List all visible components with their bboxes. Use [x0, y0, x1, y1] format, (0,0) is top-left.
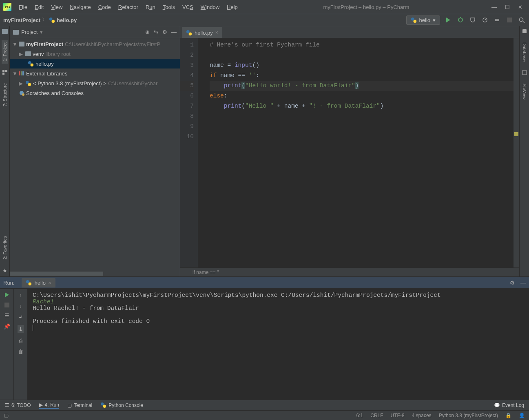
- print-icon[interactable]: ⎙: [19, 338, 22, 344]
- menu-code[interactable]: Code: [95, 2, 114, 12]
- breadcrumb-separator: 〉: [42, 16, 47, 24]
- run-config-name: hello: [419, 17, 430, 23]
- status-interpreter[interactable]: Python 3.8 (myFirstProject): [439, 413, 498, 418]
- svg-rect-17: [5, 70, 7, 72]
- status-icon[interactable]: ▢: [4, 413, 9, 418]
- run-tool-window: ☰ 📌 ↑ ↓ ⤶ ⤓ ⎙ 🗑 C:\Users\ishit\PycharmPr…: [0, 289, 529, 400]
- editor-tabs: hello.py ×: [180, 26, 519, 38]
- coverage-button[interactable]: [469, 16, 477, 24]
- tool-event-log[interactable]: 💬Event Log: [494, 402, 524, 408]
- status-bar: ▢ 6:1 CRLF UTF-8 4 spaces Python 3.8 (my…: [0, 410, 529, 420]
- right-tab-database[interactable]: Database: [521, 40, 528, 64]
- maximize-button[interactable]: ☐: [505, 4, 510, 10]
- tree-venv[interactable]: ▶ venv library root: [10, 49, 180, 59]
- breadcrumb[interactable]: myFirstProject 〉 hello.py: [3, 16, 77, 24]
- menu-view[interactable]: View: [48, 2, 66, 12]
- tool-run[interactable]: ▶4: Run: [39, 402, 59, 409]
- tool-terminal[interactable]: ▢Terminal: [67, 402, 92, 408]
- editor-tab-hello[interactable]: hello.py ×: [182, 27, 222, 38]
- tree-python-sdk[interactable]: ▶ < Python 3.8 (myFirstProject) > C:\Use…: [10, 78, 180, 88]
- code-editor[interactable]: 1 2 3 4 5 6 7 8 9 10 # Here's our first …: [180, 38, 519, 267]
- breadcrumb-file[interactable]: hello.py: [57, 17, 77, 23]
- close-tab-icon[interactable]: ×: [215, 30, 218, 35]
- structure-tool-icon[interactable]: [2, 69, 8, 75]
- expand-arrow-icon[interactable]: ▶: [19, 80, 24, 86]
- menu-navigate[interactable]: Navigate: [66, 2, 94, 12]
- menu-run[interactable]: Run: [142, 2, 159, 12]
- tool-python-console[interactable]: Python Console: [100, 402, 143, 408]
- right-tab-sciview[interactable]: SciView: [521, 81, 528, 102]
- status-line-ending[interactable]: CRLF: [370, 413, 383, 418]
- tree-root[interactable]: ▼ myFirstProject C:\Users\ishit\PycharmP…: [10, 39, 180, 49]
- database-tool-icon[interactable]: [522, 29, 527, 34]
- close-window-button[interactable]: ✕: [518, 4, 522, 10]
- pin-icon[interactable]: 📌: [4, 323, 10, 329]
- profile-button[interactable]: [481, 16, 489, 24]
- menu-file[interactable]: File: [15, 2, 31, 12]
- down-arrow-icon[interactable]: ↓: [19, 303, 22, 309]
- expand-arrow-icon[interactable]: ▶: [19, 51, 24, 57]
- status-position[interactable]: 6:1: [356, 413, 363, 418]
- expand-arrow-icon[interactable]: ▼: [12, 71, 17, 77]
- up-arrow-icon[interactable]: ↑: [19, 292, 22, 298]
- stop-button[interactable]: [505, 16, 514, 24]
- stop-button[interactable]: [4, 303, 9, 307]
- attach-button[interactable]: [493, 16, 501, 24]
- menu-window[interactable]: Window: [197, 2, 223, 12]
- menu-refactor[interactable]: Refactor: [115, 2, 142, 12]
- svg-rect-32: [522, 71, 527, 75]
- layout-icon[interactable]: ☰: [4, 312, 9, 318]
- tree-file-hello[interactable]: hello.py: [10, 59, 180, 69]
- lock-icon[interactable]: 🔒: [505, 413, 511, 418]
- code-content[interactable]: # Here's our first Pycharm file name = i…: [198, 38, 514, 267]
- hide-panel-icon[interactable]: —: [520, 280, 526, 286]
- svg-point-33: [26, 280, 29, 283]
- svg-point-38: [103, 405, 106, 408]
- status-indent[interactable]: 4 spaces: [412, 413, 432, 418]
- project-tool-icon[interactable]: [2, 29, 8, 34]
- project-panel-title[interactable]: Project: [21, 29, 38, 35]
- status-encoding[interactable]: UTF-8: [391, 413, 405, 418]
- search-everywhere-icon[interactable]: [518, 16, 526, 24]
- menu-tools[interactable]: Tools: [159, 2, 178, 12]
- debug-button[interactable]: [456, 16, 465, 24]
- tree-scratches[interactable]: Scratches and Consoles: [10, 88, 180, 98]
- menu-help[interactable]: Help: [224, 2, 241, 12]
- run-console[interactable]: C:\Users\ishit\PycharmProjects\myFirstPr…: [28, 289, 529, 400]
- locate-icon[interactable]: ⊕: [145, 29, 150, 35]
- minimize-button[interactable]: —: [491, 4, 497, 10]
- sciview-tool-icon[interactable]: [522, 70, 527, 75]
- left-tab-project[interactable]: 1: Project: [2, 40, 8, 64]
- tree-external-libs[interactable]: ▼ External Libraries: [10, 69, 180, 78]
- soft-wrap-icon[interactable]: ⤶: [18, 314, 23, 320]
- menu-vcs[interactable]: VCS: [179, 2, 197, 12]
- gear-icon[interactable]: ⚙: [162, 29, 167, 35]
- expand-arrow-icon[interactable]: ▼: [12, 41, 17, 47]
- gear-icon[interactable]: ⚙: [510, 280, 515, 286]
- main-area: 1: Project 7: Structure 2: Favorites ★ P…: [0, 26, 529, 276]
- favorites-star-icon[interactable]: ★: [2, 267, 8, 273]
- python-file-icon: [26, 280, 32, 286]
- close-tab-icon[interactable]: ×: [48, 280, 51, 286]
- breadcrumb-project[interactable]: myFirstProject: [3, 17, 40, 23]
- run-tab-hello[interactable]: hello ×: [22, 278, 55, 287]
- menu-edit[interactable]: Edit: [31, 2, 47, 12]
- hide-panel-icon[interactable]: —: [171, 29, 177, 35]
- run-configuration-selector[interactable]: hello ▾: [406, 15, 440, 25]
- horizontal-scrollbar[interactable]: [10, 272, 103, 276]
- svg-line-8: [462, 19, 463, 19]
- left-tab-favorites[interactable]: 2: Favorites: [2, 234, 8, 262]
- scroll-to-end-icon[interactable]: ⤓: [18, 325, 24, 333]
- inspector-icon[interactable]: 👤: [519, 413, 525, 418]
- editor-scrollbar[interactable]: [514, 38, 519, 267]
- libraries-icon: [19, 71, 24, 76]
- run-button[interactable]: [444, 16, 452, 24]
- left-tab-structure[interactable]: 7: Structure: [2, 81, 8, 109]
- collapse-icon[interactable]: ⇆: [154, 29, 158, 35]
- project-tree[interactable]: ▼ myFirstProject C:\Users\ishit\PycharmP…: [10, 38, 180, 99]
- code-breadcrumb[interactable]: if name == '': [180, 267, 519, 276]
- rerun-button[interactable]: [4, 292, 10, 298]
- trash-icon[interactable]: 🗑: [18, 349, 23, 355]
- tool-todo[interactable]: ☲6: TODO: [5, 402, 31, 408]
- chevron-down-icon[interactable]: ▾: [40, 29, 43, 35]
